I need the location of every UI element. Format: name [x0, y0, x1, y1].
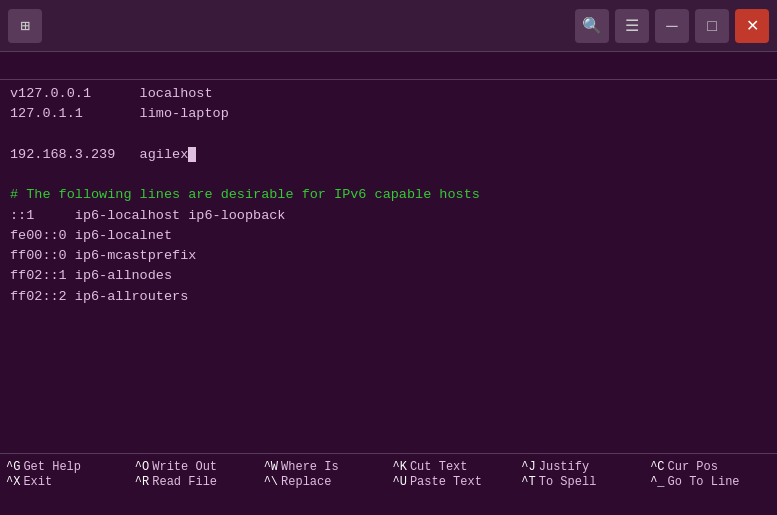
shortcut-label-top: Where Is [281, 460, 339, 474]
shortcut-label-top: Cut Text [410, 460, 468, 474]
shortcut-row-bottom: ^T To Spell [521, 475, 596, 489]
shortcut-label-top: Write Out [152, 460, 217, 474]
shortcut-row-top: ^W Where Is [264, 460, 339, 474]
shortcut-key-top: ^J [521, 460, 535, 474]
shortcut-row-top: ^J Justify [521, 460, 589, 474]
editor-line [10, 165, 767, 185]
close-button[interactable]: ✕ [735, 9, 769, 43]
editor-area[interactable]: v127.0.0.1 localhost127.0.1.1 limo-lapto… [0, 80, 777, 453]
editor-line: v127.0.0.1 localhost [10, 84, 767, 104]
shortcut-label-bottom: Read File [152, 475, 217, 489]
maximize-button[interactable]: □ [695, 9, 729, 43]
shortcut-item[interactable]: ^J Justify ^T To Spell [517, 458, 646, 511]
shortcuts-bar: ^G Get Help ^X Exit ^O Write Out ^R Read… [0, 453, 777, 515]
shortcut-label-bottom: Go To Line [668, 475, 740, 489]
shortcut-row-bottom: ^\ Replace [264, 475, 332, 489]
shortcut-row-top: ^G Get Help [6, 460, 81, 474]
shortcut-label-bottom: Exit [23, 475, 52, 489]
shortcut-item[interactable]: ^G Get Help ^X Exit [2, 458, 131, 511]
shortcut-label-bottom: To Spell [539, 475, 597, 489]
editor-line: fe00::0 ip6-localnet [10, 226, 767, 246]
nano-infobar [0, 52, 777, 80]
editor-line: 192.168.3.239 agilex [10, 145, 767, 165]
shortcut-key-top: ^C [650, 460, 664, 474]
shortcut-key-bottom: ^U [392, 475, 406, 489]
shortcut-label-top: Get Help [23, 460, 81, 474]
shortcut-item[interactable]: ^O Write Out ^R Read File [131, 458, 260, 511]
shortcut-label-bottom: Paste Text [410, 475, 482, 489]
shortcut-row-top: ^K Cut Text [392, 460, 467, 474]
shortcut-row-top: ^O Write Out [135, 460, 217, 474]
editor-line: ff02::2 ip6-allrouters [10, 287, 767, 307]
shortcut-item[interactable]: ^W Where Is ^\ Replace [260, 458, 389, 511]
editor-line: # The following lines are desirable for … [10, 185, 767, 205]
shortcut-key-top: ^G [6, 460, 20, 474]
shortcut-row-bottom: ^_ Go To Line [650, 475, 739, 489]
shortcut-key-top: ^W [264, 460, 278, 474]
titlebar: ⊞ 🔍 ☰ ─ □ ✕ [0, 0, 777, 52]
shortcut-item[interactable]: ^K Cut Text ^U Paste Text [388, 458, 517, 511]
shortcut-key-top: ^K [392, 460, 406, 474]
menu-button[interactable]: ☰ [615, 9, 649, 43]
titlebar-left: ⊞ [8, 9, 42, 43]
shortcut-key-top: ^O [135, 460, 149, 474]
shortcut-row-bottom: ^R Read File [135, 475, 217, 489]
editor-line [10, 125, 767, 145]
search-button[interactable]: 🔍 [575, 9, 609, 43]
editor-line: ff00::0 ip6-mcastprefix [10, 246, 767, 266]
window-controls: 🔍 ☰ ─ □ ✕ [575, 9, 769, 43]
shortcut-label-top: Justify [539, 460, 589, 474]
shortcut-row-bottom: ^X Exit [6, 475, 52, 489]
editor-line: ff02::1 ip6-allnodes [10, 266, 767, 286]
editor-line: ::1 ip6-localhost ip6-loopback [10, 206, 767, 226]
minimize-button[interactable]: ─ [655, 9, 689, 43]
shortcut-key-bottom: ^_ [650, 475, 664, 489]
shortcut-row-bottom: ^U Paste Text [392, 475, 481, 489]
shortcut-key-bottom: ^R [135, 475, 149, 489]
shortcut-key-bottom: ^X [6, 475, 20, 489]
shortcut-key-bottom: ^T [521, 475, 535, 489]
cursor [188, 147, 196, 162]
terminal-icon: ⊞ [8, 9, 42, 43]
shortcut-label-top: Cur Pos [668, 460, 718, 474]
shortcut-key-bottom: ^\ [264, 475, 278, 489]
shortcut-label-bottom: Replace [281, 475, 331, 489]
shortcut-row-top: ^C Cur Pos [650, 460, 718, 474]
shortcut-item[interactable]: ^C Cur Pos ^_ Go To Line [646, 458, 775, 511]
editor-line: 127.0.1.1 limo-laptop [10, 104, 767, 124]
